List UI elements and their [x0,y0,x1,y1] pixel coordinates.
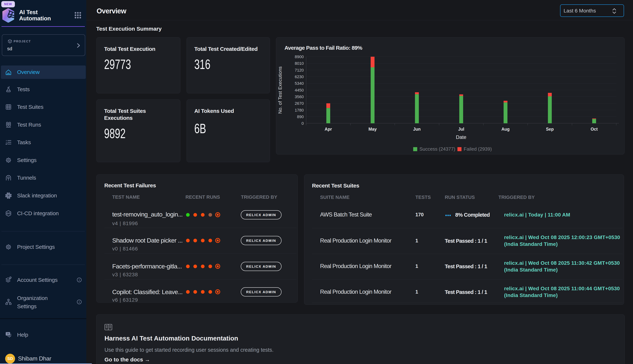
svg-text:Sep: Sep [546,127,554,132]
svg-text:6230: 6230 [295,74,304,79]
svg-text:Aug: Aug [501,127,510,132]
svg-text:Jul: Jul [458,127,464,132]
svg-text:3560: 3560 [295,94,304,99]
svg-text:4450: 4450 [295,88,304,92]
svg-text:Oct: Oct [590,127,598,132]
svg-text:1780: 1780 [295,108,304,112]
svg-text:890: 890 [297,114,304,119]
svg-text:5340: 5340 [295,81,304,86]
svg-text:May: May [369,127,377,132]
svg-text:8010: 8010 [295,61,304,66]
svg-text:Average Pass to Fail Ratio: 89: Average Pass to Fail Ratio: 89% [284,45,362,51]
svg-text:Success (24377): Success (24377) [419,146,455,152]
svg-text:?: ? [7,332,9,336]
svg-text:Date: Date [456,134,466,140]
svg-text:Apr: Apr [325,127,332,132]
svg-text:8900: 8900 [295,54,304,59]
svg-text:Jun: Jun [413,127,421,132]
svg-text:7120: 7120 [295,68,304,72]
svg-text:Failed (2939): Failed (2939) [464,146,492,152]
svg-text:2670: 2670 [295,101,304,106]
svg-text:0: 0 [301,121,304,126]
svg-text:No. of Test Executions: No. of Test Executions [277,66,283,114]
